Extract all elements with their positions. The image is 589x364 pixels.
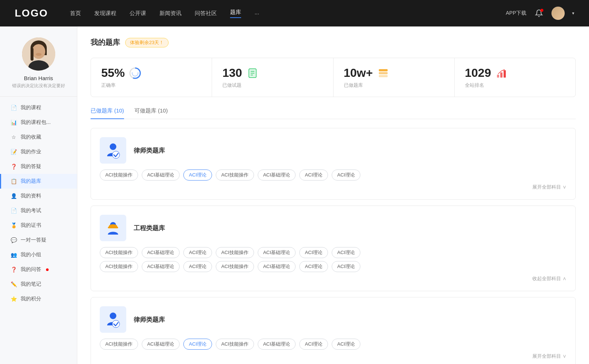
bank-card-engineer-title: 工程类题库 xyxy=(134,224,165,232)
stat-top-done: 130 xyxy=(222,66,322,80)
l2-tag-5[interactable]: ACI理论 xyxy=(299,339,328,350)
nav-open-course[interactable]: 公开课 xyxy=(130,10,146,17)
l2-tag-2-selected[interactable]: ACI理论 xyxy=(183,339,212,350)
profile-icon: 👤 xyxy=(10,193,17,199)
certificate-label: 我的证书 xyxy=(21,222,41,229)
tag-5[interactable]: ACI理论 xyxy=(299,169,328,181)
tab-done-banks[interactable]: 已做题库 (10) xyxy=(91,107,124,119)
1on1-qa-label: 一对一答疑 xyxy=(21,237,46,243)
nav-news[interactable]: 新闻资讯 xyxy=(159,10,181,17)
tag-6[interactable]: ACI理论 xyxy=(332,169,360,181)
bank-card-engineer-header: 工程类题库 xyxy=(100,215,567,241)
bank-card-lawyer-1-tags: ACI技能操作 ACI基础理论 ACI理论 ACI技能操作 ACI基础理论 AC… xyxy=(100,169,567,181)
qa-notification-dot xyxy=(46,268,49,271)
nav-more[interactable]: ··· xyxy=(254,10,259,17)
eng-tag-2[interactable]: ACI理论 xyxy=(183,247,212,258)
my-courses-icon: 📄 xyxy=(10,104,17,111)
nav-discover[interactable]: 发现课程 xyxy=(94,10,116,17)
eng-tag-9[interactable]: ACI理论 xyxy=(183,261,212,272)
bank-card-lawyer-1: 律师类题库 ACI技能操作 ACI基础理论 ACI理论 ACI技能操作 ACI基… xyxy=(91,128,576,200)
user-avatar-nav[interactable] xyxy=(551,7,565,20)
l2-tag-1[interactable]: ACI基础理论 xyxy=(142,339,180,350)
tag-4[interactable]: ACI基础理论 xyxy=(258,169,296,181)
tag-1[interactable]: ACI基础理论 xyxy=(142,169,180,181)
chevron-down-icon[interactable]: ▾ xyxy=(572,11,574,16)
eng-tag-10[interactable]: ACI技能操作 xyxy=(216,261,254,272)
nav-qa[interactable]: 问答社区 xyxy=(195,10,217,17)
sidebar-profile: Brian Harris 错误的决定比没有决定要好 xyxy=(0,38,77,97)
expand-btn-3[interactable]: 展开全部科目 ∨ xyxy=(532,353,567,359)
eng-tag-3[interactable]: ACI技能操作 xyxy=(216,247,254,258)
lawyer-icon-wrap-2 xyxy=(100,306,126,333)
lawyer-icon xyxy=(104,142,122,159)
eng-tag-12[interactable]: ACI理论 xyxy=(299,261,328,272)
expand-btn-2[interactable]: 收起全部科目 ∧ xyxy=(532,276,567,281)
exam-icon: 📄 xyxy=(10,207,17,214)
tab-available-banks[interactable]: 可做题库 (10) xyxy=(134,107,168,119)
sidebar-item-question-bank[interactable]: 📋 我的题库 xyxy=(0,174,77,189)
l2-tag-0[interactable]: ACI技能操作 xyxy=(100,339,138,350)
doc-icon xyxy=(246,67,259,80)
nav-right: APP下载 ▾ xyxy=(506,7,574,20)
svg-rect-19 xyxy=(500,72,502,78)
stat-value-done: 130 xyxy=(222,66,242,80)
sidebar-item-profile[interactable]: 👤 我的资料 xyxy=(0,189,77,203)
page-wrap: Brian Harris 错误的决定比没有决定要好 📄 我的课程 📊 我的课程包… xyxy=(0,0,589,364)
bank-card-lawyer-2-header: 律师类题库 xyxy=(100,306,567,333)
tag-2-selected[interactable]: ACI理论 xyxy=(183,169,212,181)
tag-0[interactable]: ACI技能操作 xyxy=(100,169,138,181)
favorites-label: 我的收藏 xyxy=(21,134,41,140)
sidebar-item-points[interactable]: ⭐ 我的积分 xyxy=(0,292,77,306)
sidebar-item-qa[interactable]: ❓ 我的答疑 xyxy=(0,159,77,174)
app-download-button[interactable]: APP下载 xyxy=(506,10,526,17)
sidebar-username: Brian Harris xyxy=(24,75,53,81)
l2-tag-6[interactable]: ACI理论 xyxy=(332,339,360,350)
eng-tag-7[interactable]: ACI技能操作 xyxy=(100,261,138,272)
eng-tag-8[interactable]: ACI基础理论 xyxy=(142,261,180,272)
bank-card-engineer-tags-row2: ACI技能操作 ACI基础理论 ACI理论 ACI技能操作 ACI基础理论 AC… xyxy=(100,261,567,272)
sidebar-item-notes[interactable]: ✏️ 我的笔记 xyxy=(0,277,77,292)
stat-top-banks: 10w+ xyxy=(344,66,444,80)
stat-label-correct: 正确率 xyxy=(101,82,201,89)
my-qa-icon: ❓ xyxy=(10,266,17,273)
sidebar-item-favorites[interactable]: ☆ 我的收藏 xyxy=(0,130,77,144)
eng-tag-6[interactable]: ACI理论 xyxy=(332,247,360,258)
sidebar-item-my-courses[interactable]: 📄 我的课程 xyxy=(0,100,77,115)
stat-done-banks: 10w+ 已做题库 xyxy=(334,58,455,97)
svg-point-21 xyxy=(110,143,116,150)
course-packages-label: 我的课程包... xyxy=(21,119,51,126)
tag-3[interactable]: ACI技能操作 xyxy=(216,169,254,181)
notification-bell[interactable] xyxy=(534,8,544,18)
nav-home[interactable]: 首页 xyxy=(70,10,81,17)
profile-label: 我的资料 xyxy=(21,193,41,199)
avatar-image xyxy=(551,7,565,20)
sidebar-item-1on1-qa[interactable]: 💬 一对一答疑 xyxy=(0,233,77,247)
eng-tag-5[interactable]: ACI理论 xyxy=(299,247,328,258)
sidebar-item-my-qa[interactable]: ❓ 我的问答 xyxy=(0,262,77,277)
nav-question-bank[interactable]: 题库 xyxy=(230,9,241,18)
eng-tag-11[interactable]: ACI基础理论 xyxy=(258,261,296,272)
tabs-row: 已做题库 (10) 可做题库 (10) xyxy=(91,107,576,119)
l2-tag-3[interactable]: ACI技能操作 xyxy=(216,339,254,350)
sidebar-item-homework[interactable]: 📝 我的作业 xyxy=(0,144,77,159)
l2-tag-4[interactable]: ACI基础理论 xyxy=(258,339,296,350)
sidebar-item-exam[interactable]: 📄 我的考试 xyxy=(0,203,77,218)
eng-tag-13[interactable]: ACI理论 xyxy=(332,261,360,272)
sidebar-item-group[interactable]: 👥 我的小组 xyxy=(0,247,77,262)
eng-tag-1[interactable]: ACI基础理论 xyxy=(142,247,180,258)
sidebar-item-course-packages[interactable]: 📊 我的课程包... xyxy=(0,115,77,130)
engineer-icon-wrap xyxy=(100,215,126,241)
main-content: 我的题库 体验剩余23天！ 55% 正确率 xyxy=(77,26,589,364)
svg-rect-5 xyxy=(31,48,33,61)
avatar-svg xyxy=(22,38,55,71)
stat-value-banks: 10w+ xyxy=(344,66,373,80)
certificate-icon: 🏅 xyxy=(10,222,17,229)
eng-tag-4[interactable]: ACI基础理论 xyxy=(258,247,296,258)
eng-tag-0[interactable]: ACI技能操作 xyxy=(100,247,138,258)
notes-icon: ✏️ xyxy=(10,281,17,288)
expand-btn-1[interactable]: 展开全部科目 ∨ xyxy=(532,184,567,190)
svg-rect-17 xyxy=(379,75,388,77)
expand-row-3: 展开全部科目 ∨ xyxy=(100,353,567,360)
navbar: LOGO 首页 发现课程 公开课 新闻资讯 问答社区 题库 ··· APP下载 … xyxy=(0,0,589,26)
sidebar-item-certificate[interactable]: 🏅 我的证书 xyxy=(0,218,77,233)
